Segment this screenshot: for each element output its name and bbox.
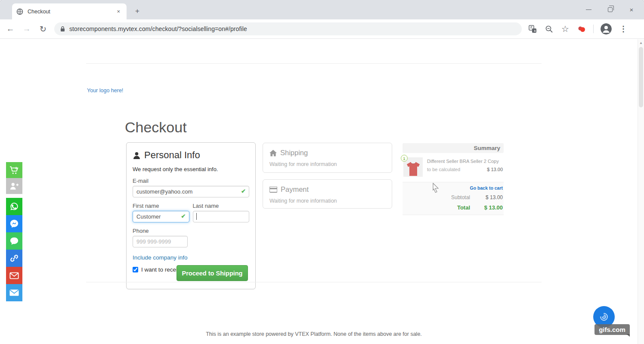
minimize-button[interactable]	[584, 5, 593, 15]
sms-share-button[interactable]	[6, 232, 22, 250]
total-row: Total $ 13.00	[403, 204, 503, 211]
profile-avatar-icon[interactable]	[601, 23, 612, 34]
subtotal-value: $ 13.00	[481, 194, 503, 200]
subtotal-label: Subtotal	[451, 194, 470, 200]
shipping-status: Waiting for more information	[269, 161, 385, 167]
first-name-label: First name	[133, 203, 189, 209]
tab-close-icon[interactable]: ×	[115, 7, 122, 16]
summary-item-row: 1 Different Seller BRA Seller 2 Copy to …	[402, 153, 504, 182]
lock-icon	[60, 26, 65, 32]
new-tab-button[interactable]: +	[132, 6, 143, 17]
menu-dots-icon[interactable]: ⋮	[619, 24, 628, 34]
toolbar-separator	[593, 25, 594, 33]
product-price: $ 13.00	[487, 167, 503, 172]
whatsapp-icon	[9, 202, 19, 211]
close-window-button[interactable]: ×	[627, 5, 636, 15]
shipping-title: Shipping	[269, 149, 385, 157]
quantity-badge: 1	[401, 155, 408, 162]
text-caret	[196, 213, 197, 220]
cart-plus-icon	[9, 166, 19, 175]
total-value: $ 13.00	[481, 204, 503, 211]
window-controls: ×	[584, 0, 641, 19]
link-icon	[9, 253, 19, 263]
url-text: storecomponents.myvtex.com/checkout/?soc…	[69, 25, 247, 32]
store-logo-link[interactable]: Your logo here!	[87, 88, 123, 94]
globe-icon	[16, 8, 23, 15]
proceed-to-shipping-button[interactable]: Proceed to Shipping	[176, 265, 248, 281]
personal-info-title: Personal Info	[133, 150, 249, 161]
summary-title: Summary	[402, 143, 504, 153]
mouse-cursor	[432, 183, 440, 193]
product-thumbnail: 1	[403, 157, 423, 177]
shipping-estimate-note: to be calculated	[427, 167, 460, 172]
zoom-out-icon[interactable]	[544, 24, 554, 34]
gifs-watermark: gifs.com	[594, 324, 630, 335]
whatsapp-share-button[interactable]	[6, 198, 22, 215]
summary-totals: Go back to cart Subtotal $ 13.00 Total $…	[402, 182, 504, 215]
address-bar[interactable]: storecomponents.myvtex.com/checkout/?soc…	[54, 22, 522, 35]
page-title: Checkout	[125, 119, 187, 136]
extension-red-icon[interactable]	[577, 24, 586, 34]
home-icon	[269, 150, 277, 156]
forward-button[interactable]: →	[21, 23, 33, 35]
payment-status: Waiting for more information	[269, 198, 385, 204]
email-label: E-mail	[133, 178, 249, 184]
last-name-label: Last name	[193, 203, 250, 209]
payment-section: Payment Waiting for more information	[263, 179, 392, 209]
copy-link-share-button[interactable]	[6, 250, 22, 267]
newsletter-checkbox[interactable]	[133, 267, 138, 272]
email-share-button[interactable]	[6, 284, 22, 301]
product-name: Different Seller BRA Seller 2 Copy	[427, 159, 503, 164]
spiral-icon	[598, 311, 610, 322]
scrollbar-up-arrow[interactable]: ▲	[639, 41, 643, 45]
minimize-icon	[586, 9, 591, 10]
social-share-bar	[6, 162, 22, 301]
last-name-field[interactable]	[193, 211, 250, 222]
add-user-icon	[9, 182, 19, 190]
personal-info-subtitle: We request only the essential info.	[133, 166, 249, 172]
browser-window: Checkout × + × ← → ↻ storecomponents.myv…	[0, 0, 644, 344]
email-field[interactable]	[133, 186, 249, 197]
subtotal-row: Subtotal $ 13.00	[403, 194, 503, 200]
page-viewport: Your logo here! Checkout Personal Info W…	[0, 39, 644, 344]
credit-card-icon	[269, 187, 277, 193]
personal-info-card: Personal Info We request only the essent…	[126, 142, 256, 289]
back-button[interactable]: ←	[4, 23, 16, 35]
email-envelope-icon	[9, 289, 19, 296]
page-scrollbar[interactable]: ▲	[638, 39, 644, 344]
cart-plus-button[interactable]	[6, 162, 22, 178]
order-summary: Summary 1 Different Seller BRA Seller 2 …	[402, 143, 504, 215]
browser-toolbar: ← → ↻ storecomponents.myvtex.com/checkou…	[0, 19, 644, 39]
reload-button[interactable]: ↻	[37, 23, 49, 35]
messenger-icon	[9, 219, 19, 228]
person-icon	[133, 151, 141, 159]
tab-title: Checkout	[28, 9, 115, 15]
browser-tab[interactable]: Checkout ×	[12, 3, 127, 19]
shipping-section: Shipping Waiting for more information	[263, 143, 392, 173]
include-company-info-link[interactable]: Include company info	[133, 254, 188, 261]
go-back-to-cart-link[interactable]: Go back to cart	[403, 185, 503, 191]
toolbar-icons: ☆ ⋮	[528, 23, 628, 34]
restore-button[interactable]	[605, 5, 615, 15]
scrollbar-thumb[interactable]	[639, 47, 643, 107]
footer-disclaimer: This is an example store powered by VTEX…	[86, 331, 542, 337]
header-divider	[86, 63, 542, 64]
restore-icon	[608, 7, 613, 12]
add-user-button[interactable]	[6, 178, 22, 194]
tshirt-image	[406, 161, 421, 177]
gmail-envelope-icon	[9, 272, 19, 279]
translate-icon[interactable]	[528, 24, 537, 34]
total-label: Total	[457, 204, 470, 211]
tab-strip: Checkout × + ×	[0, 0, 644, 19]
messenger-share-button[interactable]	[6, 215, 22, 232]
phone-label: Phone	[133, 228, 249, 234]
payment-title: Payment	[269, 185, 385, 194]
first-name-field[interactable]	[133, 211, 189, 222]
gmail-share-button[interactable]	[6, 267, 22, 284]
footer-divider	[86, 282, 542, 282]
chat-bubble-icon	[9, 237, 19, 245]
phone-field[interactable]	[133, 236, 188, 247]
social-bar-gap	[6, 194, 22, 198]
star-icon[interactable]: ☆	[560, 24, 570, 34]
